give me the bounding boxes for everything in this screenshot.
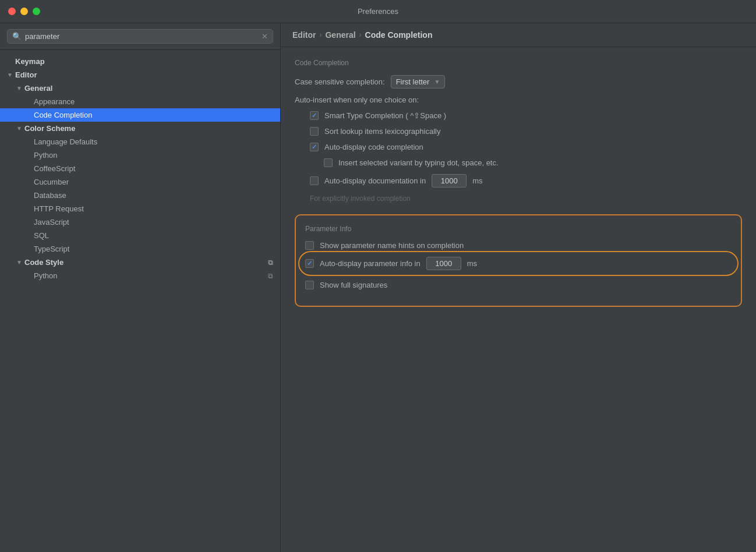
- search-bar: 🔍 ✕: [0, 23, 280, 50]
- auto-insert-label: Auto-insert when only one choice on:: [295, 95, 419, 104]
- search-clear-button[interactable]: ✕: [262, 33, 268, 40]
- case-sensitive-row: Case sensitive completion: First letter …: [295, 75, 742, 89]
- sidebar-item-javascript[interactable]: JavaScript: [0, 215, 280, 229]
- search-wrapper[interactable]: 🔍 ✕: [7, 29, 273, 44]
- breadcrumb-editor: Editor: [292, 30, 316, 40]
- auto-display-param-checkbox[interactable]: [305, 259, 314, 268]
- breadcrumb-sep-1: ›: [319, 31, 322, 39]
- copy-icon-python: ⧉: [268, 272, 273, 280]
- sidebar-item-code-style[interactable]: ▼ Code Style ⧉: [0, 256, 280, 269]
- parameter-info-title: Parameter Info: [305, 225, 732, 233]
- auto-display-doc-row: Auto-display documentation in ms: [310, 174, 742, 187]
- dropdown-arrow-icon: ▼: [434, 79, 440, 85]
- content-panel: Editor › General › Code Completion Code …: [281, 23, 756, 552]
- minimize-button[interactable]: [20, 8, 28, 15]
- auto-display-param-row: Auto-display parameter info in ms: [305, 257, 732, 270]
- show-hints-label: Show parameter name hints on completion: [320, 241, 464, 250]
- case-sensitive-dropdown[interactable]: First letter ▼: [391, 75, 446, 89]
- sidebar-item-editor[interactable]: ▼ Editor: [0, 68, 280, 82]
- main-layout: 🔍 ✕ Keymap ▼ Editor ▼ Gener: [0, 23, 756, 552]
- show-hints-checkbox[interactable]: [305, 241, 314, 250]
- case-sensitive-value: First letter: [396, 77, 430, 86]
- title-bar: Preferences: [0, 0, 756, 23]
- maximize-button[interactable]: [33, 8, 40, 15]
- show-hints-row: Show parameter name hints on completion: [305, 241, 732, 250]
- sidebar-item-database[interactable]: Database: [0, 189, 280, 202]
- sort-lookup-checkbox[interactable]: [310, 127, 319, 136]
- sidebar-item-language-defaults[interactable]: Language Defaults: [0, 135, 280, 148]
- case-sensitive-label: Case sensitive completion:: [295, 77, 385, 86]
- show-signatures-checkbox[interactable]: [305, 281, 314, 289]
- sidebar-item-general[interactable]: ▼ General: [0, 82, 280, 95]
- sidebar-item-appearance[interactable]: Appearance: [0, 95, 280, 108]
- auto-display-doc-ms: ms: [472, 176, 482, 185]
- sidebar-item-coffeescript[interactable]: CoffeeScript: [0, 162, 280, 175]
- breadcrumb: Editor › General › Code Completion: [281, 23, 756, 47]
- breadcrumb-sep-2: ›: [359, 31, 362, 39]
- sidebar-item-code-completion[interactable]: Code Completion: [0, 108, 280, 122]
- auto-display-param-container: Auto-display parameter info in ms: [305, 257, 732, 270]
- code-completion-section: Code Completion Case sensitive completio…: [295, 59, 742, 203]
- auto-display-doc-input[interactable]: [432, 174, 467, 187]
- sidebar-item-python-code-style[interactable]: Python ⧉: [0, 269, 280, 282]
- auto-display-cc-checkbox[interactable]: [310, 143, 319, 151]
- auto-display-param-label: Auto-display parameter info in: [320, 259, 421, 268]
- copy-icon-code-style: ⧉: [268, 259, 273, 267]
- sort-lookup-label: Sort lookup items lexicographically: [324, 127, 440, 136]
- hint-text: For explicitly invoked completion: [310, 194, 742, 203]
- sidebar-item-color-scheme[interactable]: ▼ Color Scheme: [0, 122, 280, 135]
- sidebar-item-http-request[interactable]: HTTP Request: [0, 202, 280, 215]
- tree-arrow-code-style: ▼: [16, 259, 24, 266]
- sidebar: 🔍 ✕ Keymap ▼ Editor ▼ Gener: [0, 23, 281, 552]
- auto-display-cc-row: Auto-display code completion: [310, 143, 742, 151]
- auto-display-doc-label: Auto-display documentation in: [324, 176, 426, 185]
- sidebar-item-cucumber[interactable]: Cucumber: [0, 175, 280, 189]
- auto-display-doc-checkbox[interactable]: [310, 176, 319, 185]
- settings-content: Code Completion Case sensitive completio…: [281, 47, 756, 552]
- smart-type-checkbox[interactable]: [310, 111, 319, 120]
- close-button[interactable]: [8, 8, 16, 15]
- window-controls: [8, 8, 40, 15]
- insert-selected-label: Insert selected variant by typing dot, s…: [338, 158, 499, 167]
- insert-selected-checkbox[interactable]: [324, 158, 333, 167]
- smart-type-row: Smart Type Completion ( ^⇧Space ): [310, 111, 742, 120]
- auto-display-cc-label: Auto-display code completion: [324, 143, 423, 151]
- breadcrumb-general: General: [325, 30, 355, 40]
- sidebar-tree: Keymap ▼ Editor ▼ General Appearance: [0, 50, 280, 552]
- sidebar-item-python-cs[interactable]: Python: [0, 148, 280, 162]
- show-signatures-label: Show full signatures: [320, 281, 387, 289]
- insert-selected-row: Insert selected variant by typing dot, s…: [324, 158, 742, 167]
- smart-type-label: Smart Type Completion ( ^⇧Space ): [324, 111, 446, 120]
- tree-arrow-general: ▼: [16, 85, 24, 91]
- sidebar-item-keymap[interactable]: Keymap: [0, 55, 280, 68]
- code-completion-title: Code Completion: [295, 59, 742, 67]
- auto-insert-row: Auto-insert when only one choice on:: [295, 95, 742, 104]
- auto-display-param-ms: ms: [467, 259, 477, 268]
- tree-arrow-color-scheme: ▼: [16, 125, 24, 132]
- sidebar-item-typescript[interactable]: TypeScript: [0, 242, 280, 256]
- search-input[interactable]: [25, 32, 258, 41]
- tree-arrow-editor: ▼: [7, 72, 15, 78]
- search-icon: 🔍: [12, 32, 22, 41]
- auto-display-param-input[interactable]: [426, 257, 461, 270]
- sort-lookup-row: Sort lookup items lexicographically: [310, 127, 742, 136]
- parameter-info-section: Parameter Info Show parameter name hints…: [295, 214, 742, 307]
- window-title: Preferences: [358, 7, 398, 16]
- sidebar-item-sql[interactable]: SQL: [0, 229, 280, 242]
- show-signatures-row: Show full signatures: [305, 281, 732, 289]
- breadcrumb-code-completion: Code Completion: [365, 30, 433, 40]
